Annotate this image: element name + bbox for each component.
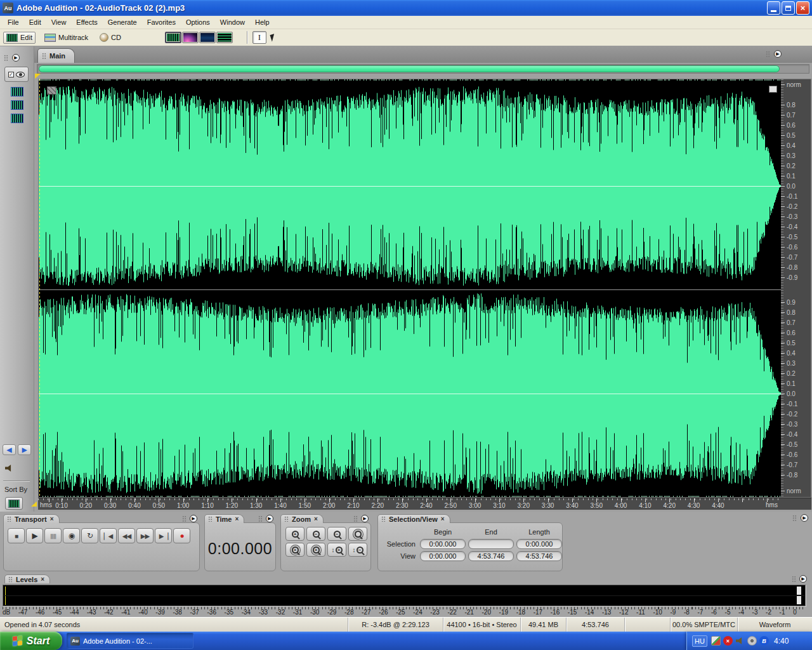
volume-icon[interactable] <box>735 636 745 646</box>
zoom-out-full-button[interactable]: − <box>327 527 346 541</box>
waveform-canvas[interactable] <box>39 79 781 497</box>
spectral-frequency-view-button[interactable] <box>182 32 199 43</box>
bluetooth-icon[interactable]: B <box>759 636 769 646</box>
amplitude-tick <box>781 333 785 333</box>
timeline-label: 2:40 <box>420 502 432 509</box>
close-icon[interactable]: × <box>41 576 44 583</box>
menu-window[interactable]: Window <box>215 17 250 27</box>
levels-panel-flyout[interactable]: ▶ <box>792 575 807 583</box>
time-selection-tool-button[interactable]: I <box>252 31 266 44</box>
close-icon[interactable]: × <box>441 515 445 522</box>
timeline-label: 4:40 <box>712 502 724 509</box>
flyout-arrow-icon: ▶ <box>361 515 369 522</box>
overview-scrollbar-thumb[interactable] <box>39 65 780 72</box>
menu-view[interactable]: View <box>46 17 72 27</box>
transport-panel-flyout[interactable]: ▶ <box>182 515 197 522</box>
timeline-start-marker[interactable] <box>31 501 37 507</box>
selection-end-field[interactable] <box>468 539 514 549</box>
file-item-icon[interactable] <box>11 87 23 96</box>
zoom-in-left-edge-button[interactable]: + <box>285 543 304 557</box>
file-item-icon[interactable] <box>11 114 23 123</box>
zoom-to-selection-button[interactable] <box>348 527 367 541</box>
zoom-in-horizontal-button[interactable]: + <box>285 527 304 541</box>
magnifier-icon: + <box>292 547 299 554</box>
record-button[interactable]: ● <box>173 528 190 543</box>
view-length-field[interactable]: 4:53.746 <box>516 551 562 561</box>
timeline-label: 4:30 <box>688 502 700 509</box>
scrub-tool-button[interactable] <box>266 31 280 44</box>
app-icon: Au <box>3 3 13 13</box>
play-looped-button[interactable]: ↻ <box>81 528 98 543</box>
zoom-out-horizontal-button[interactable]: − <box>306 527 325 541</box>
spectral-phase-view-button[interactable] <box>199 32 216 43</box>
play-button[interactable]: ▶ <box>26 528 43 543</box>
playhead-cursor[interactable] <box>39 79 40 496</box>
rewind-button[interactable]: ◀◀ <box>118 528 135 543</box>
selection-begin-field[interactable]: 0:00.000 <box>420 539 466 549</box>
view-end-field[interactable]: 4:53.746 <box>468 551 514 561</box>
clip-indicator-right[interactable] <box>797 596 801 604</box>
file-item-icon[interactable] <box>11 100 23 110</box>
level-meter[interactable] <box>3 585 806 606</box>
clip-gain-handle[interactable] <box>47 86 56 95</box>
menu-help[interactable]: Help <box>250 17 275 27</box>
previous-file-button[interactable]: ◀ <box>3 444 16 455</box>
menu-options[interactable]: Options <box>181 17 215 27</box>
sort-by-waveform-button[interactable] <box>5 497 23 510</box>
waveform-view-button[interactable] <box>165 32 181 43</box>
language-indicator[interactable]: HU <box>692 635 707 647</box>
zoom-in-vertical-button[interactable]: ↕+ <box>327 543 346 557</box>
stop-button[interactable]: ■ <box>8 528 25 543</box>
zoom-panel-tab[interactable]: Zoom × <box>280 514 324 523</box>
tablet-icon[interactable] <box>711 636 721 646</box>
close-icon[interactable]: × <box>50 515 54 522</box>
start-button[interactable]: Start <box>0 632 62 650</box>
time-panel-flyout[interactable]: ▶ <box>258 515 273 522</box>
audio-device-icon[interactable] <box>747 636 757 646</box>
clip-indicator-left[interactable] <box>797 587 801 595</box>
selection-start-marker[interactable] <box>35 74 41 79</box>
overview-scrollbar-track[interactable] <box>37 64 809 74</box>
menu-favorites[interactable]: Favorites <box>142 17 181 27</box>
shortcut-bar-flyout[interactable]: ▶ <box>4 54 20 62</box>
view-begin-field[interactable]: 0:00.000 <box>420 551 466 561</box>
security-alert-icon[interactable]: × <box>723 636 733 646</box>
levels-panel-tab[interactable]: Levels × <box>4 574 50 583</box>
transport-panel-tab[interactable]: Transport × <box>3 514 60 523</box>
panels-row-flyout[interactable]: ▶ <box>792 514 808 522</box>
time-panel-tab[interactable]: Time × <box>204 514 244 523</box>
zoom-in-right-edge-button[interactable]: + <box>306 543 325 557</box>
menu-file[interactable]: File <box>3 17 24 27</box>
pause-button[interactable]: ▮▮ <box>44 528 62 543</box>
selection-length-field[interactable]: 0:00.000 <box>516 539 562 549</box>
top-right-handle[interactable] <box>769 86 777 93</box>
zoom-out-vertical-button[interactable]: ↕− <box>348 543 367 557</box>
minimize-button[interactable] <box>767 1 780 15</box>
menu-effects[interactable]: Effects <box>71 17 102 27</box>
fast-forward-button[interactable]: ▶▶ <box>136 528 154 543</box>
edit-view-button[interactable]: Edit <box>3 32 36 44</box>
selection-view-panel-tab[interactable]: Selection/View × <box>377 514 450 523</box>
spectral-pan-view-button[interactable] <box>216 32 233 43</box>
amplitude-ruler[interactable]: norm0.80.70.60.50.40.30.20.10.0-0.1-0.2-… <box>781 79 811 497</box>
cd-view-button[interactable]: CD <box>97 32 124 43</box>
restore-button[interactable] <box>782 1 795 15</box>
editor-flyout[interactable]: ▶ <box>766 50 782 58</box>
taskbar-task-audition[interactable]: Au Adobe Audition - 02-... <box>67 633 193 649</box>
go-to-end-button[interactable]: ▶▕ <box>155 528 172 543</box>
next-file-button[interactable]: ▶ <box>18 444 31 455</box>
menu-edit[interactable]: Edit <box>24 17 46 27</box>
close-button[interactable]: × <box>796 1 809 15</box>
menu-generate[interactable]: Generate <box>103 17 142 27</box>
play-from-cursor-button[interactable]: ◉ <box>63 528 80 543</box>
timeline-ruler[interactable]: hms0:100:200:300:400:501:001:101:201:301… <box>38 498 811 510</box>
close-icon[interactable]: × <box>235 515 239 522</box>
go-to-beginning-button[interactable]: ▏◀ <box>100 528 117 543</box>
tab-main[interactable]: Main <box>37 48 75 63</box>
mute-preview-icon[interactable] <box>5 463 13 474</box>
multitrack-view-button[interactable]: Multitrack <box>42 32 91 43</box>
zoom-panel-flyout[interactable]: ▶ <box>353 515 369 522</box>
show-file-types-button[interactable]: ✓ <box>4 67 29 82</box>
close-icon[interactable]: × <box>314 515 318 522</box>
editor-tab-row: Main ▶ <box>34 46 812 63</box>
